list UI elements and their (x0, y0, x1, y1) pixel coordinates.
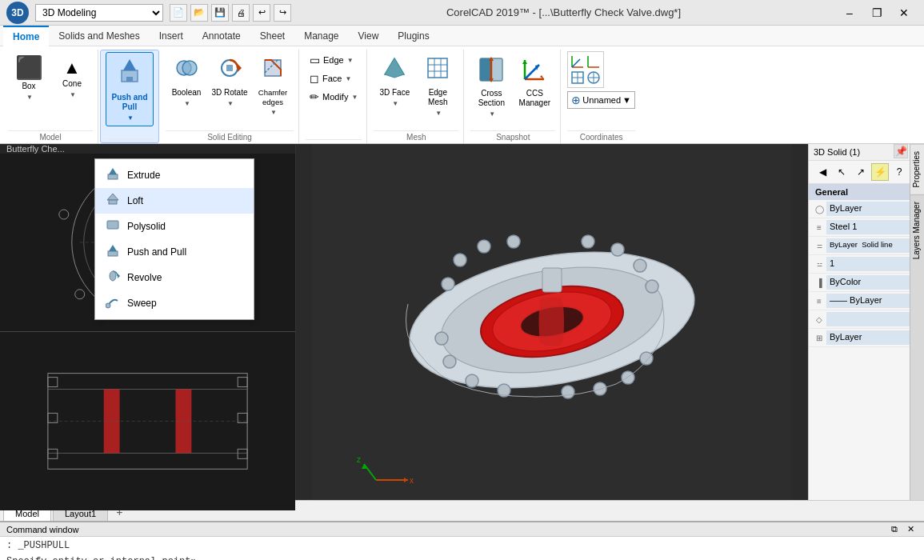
dropdown-polysolid[interactable]: Polysolid (95, 214, 254, 239)
lweight-icon: ▐ (812, 278, 826, 287)
new-file-btn[interactable]: 📄 (170, 4, 187, 22)
prop-back-btn[interactable]: ◀ (814, 163, 831, 181)
print-btn[interactable]: 🖨 (232, 4, 250, 22)
ribbon-group-coordinates: ⊕ Unnamed ▼ Coordinates (562, 50, 640, 143)
edgemesh-icon (425, 55, 450, 86)
prop-select2-btn[interactable]: ↗ (852, 163, 870, 181)
3drotate-arrow: ▼ (227, 100, 234, 108)
boolean-arrow: ▼ (184, 100, 190, 108)
modify-btn[interactable]: ✏ Modify ▼ (306, 88, 362, 106)
sidebar-tab-layers[interactable]: Layers Manager (910, 194, 924, 266)
cone-label: Cone (62, 79, 82, 89)
unnamed-selector[interactable]: ⊕ Unnamed ▼ (567, 91, 635, 109)
dropdown-revolve[interactable]: Revolve (95, 265, 254, 290)
layer-value[interactable]: Steel 1 (826, 220, 910, 234)
boolean-label: Boolean (172, 88, 202, 98)
svg-point-79 (646, 280, 658, 293)
dropdown-sweep[interactable]: Sweep (95, 290, 254, 316)
modify-icon: ✏ (310, 90, 319, 103)
3dface-icon (382, 55, 407, 86)
chamfer-label: Chamfer edges (254, 88, 291, 106)
edge-icon: ▭ (310, 54, 320, 66)
save-btn[interactable]: 💾 (211, 4, 229, 22)
close-btn[interactable]: ✕ (890, 0, 918, 26)
linetype-value[interactable]: ByLayer Solid line (826, 238, 910, 253)
svg-rect-2 (126, 77, 133, 82)
menu-tab-sheet[interactable]: Sheet (250, 26, 294, 46)
cone-btn[interactable]: ▲ Cone ▼ (51, 51, 93, 107)
menu-tab-view[interactable]: View (349, 26, 389, 46)
crosssection-arrow: ▼ (489, 110, 495, 118)
prop-row-hyperlink: ◇ (809, 310, 924, 329)
svg-marker-6 (238, 64, 242, 72)
ribbon-group-model: ⬛ Box ▼ ▲ Cone ▼ Model (3, 50, 98, 143)
plotstyle-value[interactable]: —— ByLayer (826, 294, 910, 308)
panel-title: Butterfly Che... (6, 144, 65, 154)
prop-row-lweight: ▐ ByColor ▼ (809, 274, 924, 292)
menu-tab-annotate[interactable]: Annotate (193, 26, 250, 46)
svg-point-75 (507, 235, 520, 248)
material-icon: ⊞ (812, 334, 826, 342)
push-pull-icon (115, 56, 144, 90)
menu-tab-insert[interactable]: Insert (150, 26, 193, 46)
redo-btn[interactable]: ↪ (274, 4, 291, 22)
face-btn[interactable]: ◻ Face ▼ (306, 70, 362, 87)
prop-help-btn[interactable]: ? (890, 163, 908, 181)
workspace-selector[interactable]: 3D Modeling (35, 4, 163, 22)
pin-btn[interactable]: 📌 (894, 144, 908, 158)
edgemesh-btn[interactable]: Edge Mesh ▼ (417, 51, 458, 122)
edge-btn[interactable]: ▭ Edge ▼ (306, 51, 362, 69)
box-icon: ⬛ (15, 57, 43, 79)
dropdown-extrude[interactable]: Extrude (95, 162, 254, 188)
prop-select1-btn[interactable]: ↖ (833, 163, 850, 181)
general-section: General ▲ ◯ ByLayer ▼ ≡ Steel 1 ▼ ⚌ ByLa… (809, 184, 924, 500)
dropdown-push-pull[interactable]: Push and Pull (95, 239, 254, 265)
boolean-icon (174, 55, 199, 86)
ccs-grid-icon1 (570, 54, 585, 69)
menu-tab-home[interactable]: Home (3, 26, 49, 46)
ccs-grid-icon3 (570, 70, 585, 85)
svg-marker-96 (109, 168, 117, 174)
color-value[interactable]: ByLayer (826, 202, 910, 216)
cmd-prompt[interactable]: Specify entity or internal point» (0, 554, 924, 560)
material-value[interactable]: ByLayer (826, 330, 910, 345)
extrude-label: Extrude (127, 170, 160, 181)
boolean-btn[interactable]: Boolean ▼ (166, 51, 207, 112)
3drotate-btn[interactable]: 3D Rotate ▼ (209, 51, 250, 112)
maximize-btn[interactable]: ❐ (863, 0, 890, 26)
menu-tab-plugins[interactable]: Plugins (388, 26, 438, 46)
scale-value[interactable]: 1 (826, 257, 918, 271)
menu-tab-solids[interactable]: Solids and Meshes (49, 26, 149, 46)
ccsmanager-btn[interactable]: CCS Manager (514, 51, 555, 112)
lweight-value[interactable]: ByColor (826, 275, 910, 290)
crosssection-btn[interactable]: Cross Section ▼ (470, 51, 512, 122)
svg-point-82 (594, 382, 606, 395)
undo-btn[interactable]: ↩ (253, 4, 270, 22)
chamfer-icon (260, 55, 286, 86)
hyperlink-value[interactable] (826, 312, 918, 326)
3dface-btn[interactable]: 3D Face ▼ (374, 51, 415, 112)
sidebar-tab-properties[interactable]: Properties (910, 144, 924, 194)
chamfer-btn[interactable]: Chamfer edges ▼ (252, 51, 294, 121)
dropdown-loft[interactable]: Loft (95, 188, 254, 214)
svg-marker-26 (522, 60, 527, 64)
svg-rect-7 (226, 65, 233, 71)
center-viewport[interactable]: x z (296, 144, 808, 500)
viewport-2d-bottom[interactable] (0, 332, 295, 510)
menu-tab-manage[interactable]: Manage (294, 26, 348, 46)
unnamed-arrow: ▼ (622, 95, 631, 105)
command-window: Command window ⧉ ✕ : _PUSHPULL Specify e… (0, 521, 924, 560)
minimize-btn[interactable]: – (836, 0, 863, 26)
cmd-restore-btn[interactable]: ⧉ (888, 524, 901, 534)
svg-point-74 (478, 240, 490, 253)
cmd-close-btn[interactable]: ✕ (904, 524, 918, 534)
box-btn[interactable]: ⬛ Box ▼ (8, 51, 50, 107)
push-pull-btn[interactable]: Push and Pull ▼ (106, 52, 154, 126)
chamfer-arrow: ▼ (270, 109, 277, 117)
push-pull-arrow: ▼ (127, 114, 134, 122)
box-label: Box (22, 82, 35, 91)
svg-point-73 (454, 254, 466, 266)
svg-rect-88 (542, 268, 562, 292)
prop-lightning-btn[interactable]: ⚡ (871, 163, 889, 181)
open-btn[interactable]: 📂 (190, 4, 208, 22)
